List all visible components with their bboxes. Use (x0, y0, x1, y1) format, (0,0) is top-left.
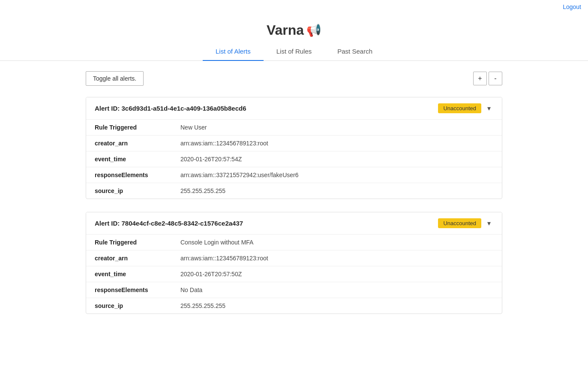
alert-card-2: Alert ID: 7804e4cf-c8e2-48c5-8342-c1576c… (86, 212, 502, 314)
logo: Varna 📢 (267, 22, 321, 38)
alert-value-2-1: Console Login without MFA (180, 239, 253, 246)
alert-label-2-5: source_ip (95, 302, 180, 309)
top-bar: Logout (0, 0, 588, 14)
alert-label-1-5: source_ip (95, 187, 180, 194)
alert-label-1-2: creator_arn (95, 140, 180, 147)
zoom-in-button[interactable]: + (473, 72, 487, 85)
status-badge-2[interactable]: Unaccounted (438, 218, 481, 228)
alert-label-1-1: Rule Triggered (95, 124, 180, 131)
alert-value-1-4: arn:aws:iam::337215572942:user/fakeUser6 (180, 172, 299, 178)
alert-row-2-4: responseElementsNo Data (86, 282, 502, 298)
megaphone-icon: 📢 (306, 23, 321, 37)
alert-id-1: Alert ID: 3c6d93d1-a51d-4e1c-a409-136a05… (95, 105, 246, 112)
alert-row-1-2: creator_arnarn:aws:iam::123456789123:roo… (86, 136, 502, 151)
alert-row-2-2: creator_arnarn:aws:iam::123456789123:roo… (86, 250, 502, 266)
alert-card-1: Alert ID: 3c6d93d1-a51d-4e1c-a409-136a05… (86, 97, 502, 199)
alert-label-2-3: event_time (95, 271, 180, 277)
alert-header-right-1: Unaccounted▾ (438, 103, 493, 113)
alerts-container: Alert ID: 3c6d93d1-a51d-4e1c-a409-136a05… (0, 93, 588, 318)
logout-link[interactable]: Logout (563, 3, 581, 10)
alert-row-2-1: Rule TriggeredConsole Login without MFA (86, 235, 502, 250)
alert-row-1-4: responseElementsarn:aws:iam::33721557294… (86, 167, 502, 183)
alert-value-1-3: 2020-01-26T20:57:54Z (180, 156, 242, 163)
alert-header-right-2: Unaccounted▾ (438, 218, 493, 228)
alert-label-1-3: event_time (95, 156, 180, 163)
alert-row-2-5: source_ip255.255.255.255 (86, 298, 502, 314)
alert-row-2-3: event_time2020-01-26T20:57:50Z (86, 266, 502, 282)
alert-body-2: Rule TriggeredConsole Login without MFAc… (86, 234, 502, 314)
chevron-button-2[interactable]: ▾ (485, 218, 493, 228)
alert-value-1-5: 255.255.255.255 (180, 187, 225, 194)
alert-header-2: Alert ID: 7804e4cf-c8e2-48c5-8342-c1576c… (86, 212, 502, 234)
toolbar: Toggle all alerts. + - (0, 61, 588, 93)
alert-body-1: Rule TriggeredNew Usercreator_arnarn:aws… (86, 119, 502, 199)
alert-label-1-4: responseElements (95, 172, 180, 178)
alert-value-1-2: arn:aws:iam::123456789123:root (180, 140, 268, 147)
tabs-container: List of Alerts List of Rules Past Search (0, 42, 588, 61)
zoom-out-button[interactable]: - (489, 72, 502, 85)
alert-value-1-1: New User (180, 124, 207, 131)
chevron-button-1[interactable]: ▾ (485, 103, 493, 113)
alert-label-2-2: creator_arn (95, 255, 180, 262)
alert-row-1-5: source_ip255.255.255.255 (86, 183, 502, 199)
tab-list-of-alerts[interactable]: List of Alerts (203, 42, 264, 61)
status-badge-1[interactable]: Unaccounted (438, 103, 481, 113)
alert-label-2-1: Rule Triggered (95, 239, 180, 246)
alert-value-2-2: arn:aws:iam::123456789123:root (180, 255, 268, 262)
alert-value-2-3: 2020-01-26T20:57:50Z (180, 271, 242, 277)
alert-id-2: Alert ID: 7804e4cf-c8e2-48c5-8342-c1576c… (95, 220, 243, 227)
tab-past-search[interactable]: Past Search (324, 42, 385, 61)
tab-list-of-rules[interactable]: List of Rules (264, 42, 325, 61)
zoom-controls: + - (473, 72, 502, 85)
alert-header-1: Alert ID: 3c6d93d1-a51d-4e1c-a409-136a05… (86, 97, 502, 119)
alert-label-2-4: responseElements (95, 287, 180, 293)
alert-row-1-3: event_time2020-01-26T20:57:54Z (86, 151, 502, 167)
toggle-all-alerts-button[interactable]: Toggle all alerts. (86, 71, 144, 86)
alert-value-2-4: No Data (180, 287, 202, 293)
alert-value-2-5: 255.255.255.255 (180, 302, 225, 309)
logo-text: Varna (267, 22, 304, 38)
alert-row-1-1: Rule TriggeredNew User (86, 120, 502, 136)
header: Varna 📢 (0, 14, 588, 42)
